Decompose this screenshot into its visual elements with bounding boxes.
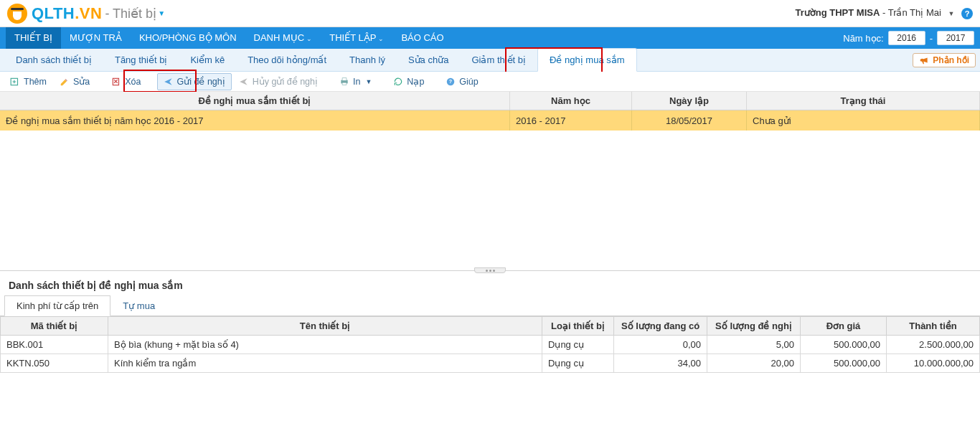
user-dropdown-icon[interactable]: ▼ — [948, 10, 954, 17]
cell-year: 2016 - 2017 — [510, 110, 632, 131]
tab-sua-chua[interactable]: Sửa chữa — [397, 49, 460, 71]
send-request-button[interactable]: Gửi đề nghị — [157, 73, 232, 90]
tab-kinh-phi-cap-tren[interactable]: Kinh phí từ cấp trên — [4, 295, 110, 316]
detail-table: Mã thiết bị Tên thiết bị Loại thiết bị S… — [0, 316, 980, 373]
detail-row[interactable]: BBK.001 Bộ bìa (khung + mặt bìa số 4) Dụ… — [1, 336, 980, 354]
tab-kiem-ke[interactable]: Kiểm kê — [179, 49, 236, 71]
col-status[interactable]: Trạng thái — [747, 92, 980, 110]
delete-button[interactable]: Xóa — [105, 73, 146, 90]
cell-req: 20,00 — [707, 354, 801, 373]
cell-total: 10.000.000,00 — [887, 354, 980, 373]
add-button[interactable]: Thêm — [4, 73, 52, 90]
tab-de-nghi-mua-sam[interactable]: Đề nghị mua sắm — [537, 48, 637, 72]
menu-bao-cao[interactable]: BÁO CÁO — [392, 27, 452, 49]
cell-price: 500.000,00 — [801, 354, 887, 373]
tab-tu-mua[interactable]: Tự mua — [110, 295, 167, 315]
col-qty-req[interactable]: Số lượng đề nghị — [707, 317, 801, 336]
app-logo[interactable]: QLTH.VN — [7, 4, 102, 24]
cancel-request-button: Hủy gửi đề nghị — [233, 73, 324, 90]
cell-date: 18/05/2017 — [632, 110, 747, 131]
year-from-input[interactable] — [888, 31, 925, 45]
year-label: Năm học: — [843, 33, 883, 44]
delete-icon — [111, 77, 121, 87]
cell-have: 34,00 — [614, 354, 707, 373]
request-grid-header: Đề nghị mua sắm thiết bị Năm học Ngày lậ… — [0, 92, 980, 110]
chevron-down-icon: ▼ — [365, 78, 372, 85]
cell-type: Dụng cụ — [542, 354, 614, 373]
col-price[interactable]: Đơn giá — [801, 317, 887, 336]
action-toolbar: Thêm Sửa Xóa Gửi đề nghị Hủy gửi đề nghị… — [0, 72, 980, 92]
user-info[interactable]: Trường THPT MISA - Trần Thị Mai ▼ ? — [796, 7, 973, 19]
cell-status: Chưa gửi — [747, 110, 980, 131]
year-to-input[interactable] — [937, 31, 974, 45]
col-qty-have[interactable]: Số lượng đang có — [614, 317, 707, 336]
menu-thiet-lap[interactable]: THIẾT LẬP⌄ — [321, 27, 392, 49]
col-device-name[interactable]: Tên thiết bị — [108, 317, 542, 336]
school-name: Trường THPT MISA — [796, 7, 880, 18]
svg-rect-3 — [342, 77, 347, 80]
tab-thanh-ly[interactable]: Thanh lý — [338, 49, 397, 71]
edit-button[interactable]: Sửa — [54, 73, 95, 90]
request-grid-area: Đề nghị mua sắm thiết bị Năm học Ngày lậ… — [0, 92, 980, 271]
help-button[interactable]: ? Giúp — [440, 73, 484, 90]
tab-tang-thiet-bi[interactable]: Tăng thiết bị — [103, 49, 179, 71]
detail-tabs: Kinh phí từ cấp trên Tự mua — [0, 295, 980, 316]
cell-name: Đề nghị mua sắm thiết bị năm học 2016 - … — [0, 110, 510, 131]
section-dropdown-icon[interactable]: ▼ — [158, 9, 165, 17]
plus-icon — [10, 77, 20, 87]
printer-icon — [339, 77, 349, 87]
chevron-down-icon: ⌄ — [378, 35, 384, 42]
logo-icon — [7, 4, 27, 24]
reload-button[interactable]: Nạp — [387, 73, 430, 90]
col-created-date[interactable]: Ngày lập — [632, 92, 747, 110]
col-total[interactable]: Thành tiền — [887, 317, 980, 336]
detail-row[interactable]: KKTN.050 Kính kiểm tra ngắm Dụng cụ 34,0… — [1, 354, 980, 373]
menu-thiet-bi[interactable]: THIẾT BỊ — [6, 27, 61, 49]
cell-code: KKTN.050 — [1, 354, 108, 373]
main-menu: THIẾT BỊ MƯỢN TRẢ KHO/PHÒNG BỘ MÔN DANH … — [0, 27, 980, 49]
feedback-button[interactable]: Phản hồi — [913, 53, 976, 67]
detail-title: Danh sách thiết bị đề nghị mua sắm — [0, 271, 980, 295]
cell-type: Dụng cụ — [542, 336, 614, 354]
menu-danh-muc[interactable]: DANH MỤC⌄ — [245, 27, 321, 49]
subtabs: Danh sách thiết bị Tăng thiết bị Kiểm kê… — [0, 49, 980, 72]
svg-text:?: ? — [449, 79, 452, 84]
col-request-name[interactable]: Đề nghị mua sắm thiết bị — [0, 92, 510, 110]
cell-total: 2.500.000,00 — [887, 336, 980, 354]
send-icon — [164, 77, 174, 87]
cell-have: 0,00 — [614, 336, 707, 354]
tab-theo-doi-hong-mat[interactable]: Theo dõi hỏng/mất — [236, 49, 338, 71]
menu-muon-tra[interactable]: MƯỢN TRẢ — [61, 27, 131, 49]
megaphone-icon — [919, 55, 929, 65]
section-title: - Thiết bị — [105, 6, 156, 22]
cell-code: BBK.001 — [1, 336, 108, 354]
col-type[interactable]: Loại thiết bị — [542, 317, 614, 336]
cancel-send-icon — [239, 77, 249, 87]
request-row[interactable]: Đề nghị mua sắm thiết bị năm học 2016 - … — [0, 110, 980, 131]
menu-kho[interactable]: KHO/PHÒNG BỘ MÔN — [131, 27, 245, 49]
cell-req: 5,00 — [707, 336, 801, 354]
tab-giam-thiet-bi[interactable]: Giảm thiết bị — [460, 49, 537, 71]
cell-name: Bộ bìa (khung + mặt bìa số 4) — [108, 336, 542, 354]
year-sep: - — [930, 33, 933, 44]
help-icon: ? — [446, 77, 456, 87]
refresh-icon — [393, 77, 403, 87]
logo-text: QLTH.VN — [32, 4, 102, 23]
svg-rect-4 — [342, 82, 347, 85]
col-school-year[interactable]: Năm học — [510, 92, 632, 110]
help-icon[interactable]: ? — [961, 8, 973, 19]
print-button[interactable]: In ▼ — [334, 73, 377, 90]
pencil-icon — [60, 77, 70, 87]
chevron-down-icon: ⌄ — [306, 35, 312, 42]
col-code[interactable]: Mã thiết bị — [1, 317, 108, 336]
cell-name: Kính kiểm tra ngắm — [108, 354, 542, 373]
cell-price: 500.000,00 — [801, 336, 887, 354]
user-name: Trần Thị Mai — [888, 7, 941, 18]
tab-danh-sach-thiet-bi[interactable]: Danh sách thiết bị — [4, 49, 103, 71]
splitter-handle[interactable] — [474, 267, 506, 273]
